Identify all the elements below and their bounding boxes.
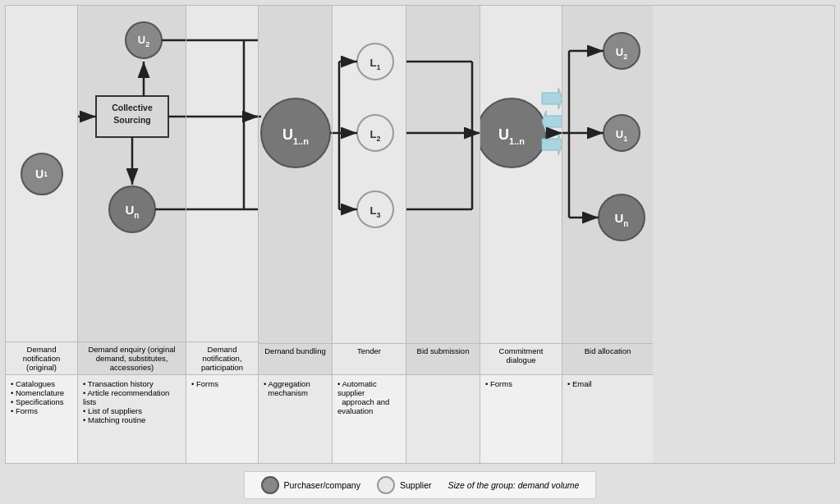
col-tender: L1 L2 L3 [333,6,406,463]
legend-container: Purchaser/company Supplier Size of the g… [5,468,835,499]
svg-marker-47 [542,88,562,109]
legend-purchaser-label: Purchaser/company [284,480,360,490]
col4-label: Demand bundling [259,343,332,374]
legend: Purchaser/company Supplier Size of the g… [244,471,597,499]
col8-svg: U2 U1 Un [562,6,653,268]
col-demand-bundling: U1..n Demand bundling • Aggregation [259,6,333,463]
svg-text:Sourcing: Sourcing [113,115,151,125]
circle-u1: U1 [21,153,63,195]
col-bid-submission: Bid submission [406,6,480,463]
col2-diagram: U2 Collective Sourcing Un [78,6,186,341]
col3-label: Demand notification, participation [186,341,258,374]
col1-label: Demand notification (original) [6,341,77,374]
main-container: U1 Demand notification (original) • Cata… [0,0,840,504]
col2-svg: U2 Collective Sourcing Un [78,6,186,268]
col-demand-enquiry: U2 Collective Sourcing Un [78,6,186,463]
col3-svg [186,6,258,268]
col6-svg [406,6,480,268]
col-commitment-dialogue: U1..n [480,6,562,463]
col5-diagram: L1 L2 L3 [333,6,406,343]
legend-purchaser: Purchaser/company [261,476,360,494]
col6-bottom [406,374,480,463]
legend-supplier: Supplier [377,476,432,494]
col4-bottom: • Aggregation mechanism [259,374,332,463]
col7-bottom: • Forms [480,374,562,463]
col7-svg: U1..n [480,6,562,268]
col4-svg: U1..n [259,6,332,268]
col8-bottom: • Email [562,374,653,463]
col6-label: Bid submission [406,343,480,374]
col1-diagram: U1 [6,6,77,341]
svg-point-21 [261,99,330,167]
col4-diagram: U1..n [259,6,332,343]
svg-marker-48 [542,111,562,132]
legend-purchaser-circle [261,476,279,494]
col8-diagram: U2 U1 Un [562,6,653,343]
col-demand-notification: U1 Demand notification (original) • Cata… [6,6,78,463]
legend-size: Size of the group: demand volume [448,480,579,490]
svg-text:Collective: Collective [112,103,153,112]
col5-bottom: • Automatic supplier approach and evalua… [333,374,406,463]
col8-label: Bid allocation [562,343,653,374]
col-demand-notif-part: Demand notification, participation • For… [186,6,259,463]
main-flow: U1 Demand notification (original) • Cata… [5,5,835,464]
col5-label: Tender [333,343,406,374]
svg-point-44 [480,99,546,167]
legend-size-label: Size of the group: demand volume [448,480,579,490]
legend-supplier-label: Supplier [400,480,432,490]
col7-label: Commitment dialogue [480,343,562,374]
legend-supplier-circle [377,476,395,494]
col1-bottom: • Catalogues • Nomenclature • Specificat… [6,374,77,463]
col6-diagram [406,6,480,343]
col5-svg: L1 L2 L3 [333,6,406,268]
col2-label: Demand enquiry (original demand, substit… [78,341,186,374]
col3-bottom: • Forms [186,374,258,463]
col7-diagram: U1..n [480,6,562,343]
col3-diagram [186,6,258,341]
col2-bottom: • Transaction history • Article recommen… [78,374,186,463]
col-bid-allocation: U2 U1 Un [562,6,653,463]
